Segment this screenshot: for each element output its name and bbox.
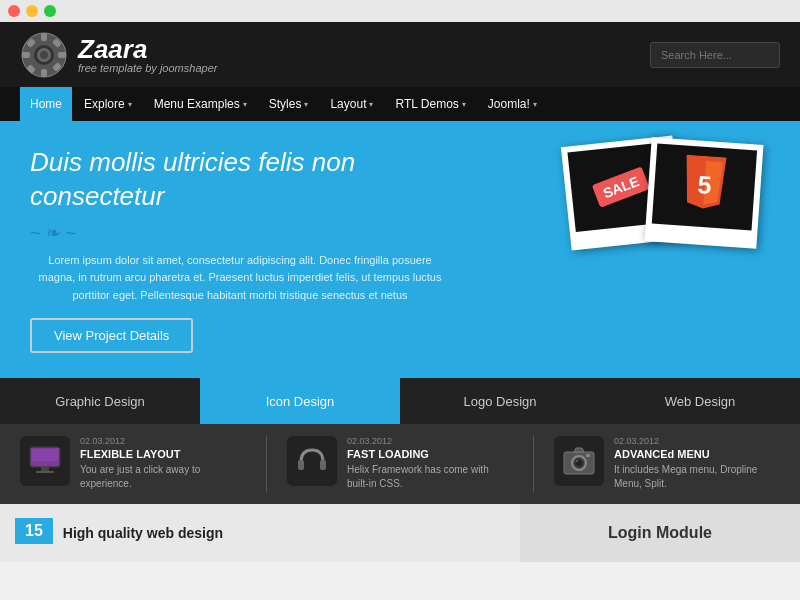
login-module-section: Login Module bbox=[520, 504, 800, 562]
minimize-button[interactable] bbox=[26, 5, 38, 17]
hero-content: Duis mollis ultricies felis non consecte… bbox=[30, 146, 450, 353]
close-button[interactable] bbox=[8, 5, 20, 17]
svg-rect-2 bbox=[41, 33, 47, 41]
nav-item-rtl-demos[interactable]: RTL Demos ▾ bbox=[385, 87, 475, 121]
html5-icon: 5 bbox=[677, 154, 731, 220]
nav-item-home[interactable]: Home bbox=[20, 87, 72, 121]
chevron-down-icon: ▾ bbox=[462, 100, 466, 109]
navbar: Home Explore ▾ Menu Examples ▾ Styles ▾ … bbox=[0, 87, 800, 121]
tab-icon-design[interactable]: Icon Design bbox=[200, 378, 400, 424]
svg-point-11 bbox=[40, 51, 48, 59]
view-project-button[interactable]: View Project Details bbox=[30, 318, 193, 353]
feature-1-date: 02.03.2012 bbox=[80, 436, 246, 446]
feature-divider-1 bbox=[266, 436, 267, 492]
feature-1-title: FLEXIBLE LAYOUT bbox=[80, 448, 246, 460]
feature-flexible-layout: 02.03.2012 FLEXIBLE LAYOUT You are just … bbox=[20, 436, 246, 491]
feature-3-date: 02.03.2012 bbox=[614, 436, 780, 446]
svg-rect-19 bbox=[41, 467, 49, 471]
svg-rect-4 bbox=[22, 52, 30, 58]
hero-section: Duis mollis ultricies felis non consecte… bbox=[0, 121, 800, 378]
feature-2-text: 02.03.2012 FAST LOADING Helix Framework … bbox=[347, 436, 513, 491]
feature-3-title: ADVANCEd MENU bbox=[614, 448, 780, 460]
svg-rect-20 bbox=[36, 471, 54, 473]
bottom-left-section: 15 High quality web design bbox=[0, 504, 520, 562]
hero-ornament: ~ ❧ ~ bbox=[30, 222, 450, 244]
tabs-row: Graphic Design Icon Design Logo Design W… bbox=[0, 378, 800, 424]
headphones-icon bbox=[287, 436, 337, 486]
sale-tag: SALE bbox=[592, 166, 650, 208]
page: Zaara free template by joomshaper Home E… bbox=[0, 22, 800, 600]
title-bar bbox=[0, 0, 800, 22]
feature-2-date: 02.03.2012 bbox=[347, 436, 513, 446]
maximize-button[interactable] bbox=[44, 5, 56, 17]
bottom-section-title: High quality web design bbox=[63, 525, 505, 541]
bottom-strip: 15 High quality web design Login Module bbox=[0, 504, 800, 562]
feature-3-text: 02.03.2012 ADVANCEd MENU It includes Meg… bbox=[614, 436, 780, 491]
svg-rect-21 bbox=[298, 460, 304, 470]
nav-item-layout[interactable]: Layout ▾ bbox=[320, 87, 383, 121]
svg-text:5: 5 bbox=[697, 170, 713, 199]
header: Zaara free template by joomshaper bbox=[0, 22, 800, 87]
svg-rect-29 bbox=[586, 454, 590, 457]
feature-advanced-menu: 02.03.2012 ADVANCEd MENU It includes Meg… bbox=[554, 436, 780, 491]
hero-description: Lorem ipsum dolor sit amet, consectetur … bbox=[30, 252, 450, 305]
camera-svg bbox=[560, 442, 598, 480]
logo-area: Zaara free template by joomshaper bbox=[20, 31, 217, 79]
chevron-down-icon: ▾ bbox=[128, 100, 132, 109]
nav-item-menu-examples[interactable]: Menu Examples ▾ bbox=[144, 87, 257, 121]
logo-tagline: free template by joomshaper bbox=[78, 62, 217, 74]
hero-images: SALE 5 bbox=[566, 141, 760, 245]
chevron-down-icon: ▾ bbox=[369, 100, 373, 109]
chevron-down-icon: ▾ bbox=[533, 100, 537, 109]
tab-graphic-design[interactable]: Graphic Design bbox=[0, 378, 200, 424]
svg-rect-18 bbox=[32, 449, 58, 461]
feature-1-desc: You are just a click away to experience. bbox=[80, 463, 246, 491]
chevron-down-icon: ▾ bbox=[243, 100, 247, 109]
headphones-svg bbox=[293, 442, 331, 480]
nav-item-joomla[interactable]: Joomla! ▾ bbox=[478, 87, 547, 121]
feature-1-text: 02.03.2012 FLEXIBLE LAYOUT You are just … bbox=[80, 436, 246, 491]
bottom-text-block: High quality web design bbox=[63, 525, 505, 541]
chevron-down-icon: ▾ bbox=[304, 100, 308, 109]
svg-point-28 bbox=[576, 460, 578, 462]
feature-2-title: FAST LOADING bbox=[347, 448, 513, 460]
polaroid-2-image: 5 bbox=[652, 144, 757, 231]
tab-web-design[interactable]: Web Design bbox=[600, 378, 800, 424]
svg-rect-22 bbox=[320, 460, 326, 470]
monitor-icon bbox=[20, 436, 70, 486]
html5-badge: 5 bbox=[677, 155, 731, 218]
bottom-number-badge: 15 bbox=[15, 518, 53, 544]
feature-divider-2 bbox=[533, 436, 534, 492]
logo-name: Zaara bbox=[78, 36, 217, 62]
nav-item-explore[interactable]: Explore ▾ bbox=[74, 87, 142, 121]
features-section: 02.03.2012 FLEXIBLE LAYOUT You are just … bbox=[0, 424, 800, 504]
camera-icon bbox=[554, 436, 604, 486]
polaroid-2: 5 bbox=[645, 137, 764, 249]
feature-3-desc: It includes Mega menu, Dropline Menu, Sp… bbox=[614, 463, 780, 491]
login-module-title: Login Module bbox=[608, 524, 712, 542]
logo-text: Zaara free template by joomshaper bbox=[78, 36, 217, 74]
monitor-svg bbox=[26, 442, 64, 480]
feature-fast-loading: 02.03.2012 FAST LOADING Helix Framework … bbox=[287, 436, 513, 491]
tab-logo-design[interactable]: Logo Design bbox=[400, 378, 600, 424]
gear-icon bbox=[20, 31, 68, 79]
nav-item-styles[interactable]: Styles ▾ bbox=[259, 87, 319, 121]
svg-rect-5 bbox=[58, 52, 66, 58]
svg-rect-3 bbox=[41, 69, 47, 77]
search-input[interactable] bbox=[650, 42, 780, 68]
feature-2-desc: Helix Framework has come with built-in C… bbox=[347, 463, 513, 491]
hero-title: Duis mollis ultricies felis non consecte… bbox=[30, 146, 450, 214]
